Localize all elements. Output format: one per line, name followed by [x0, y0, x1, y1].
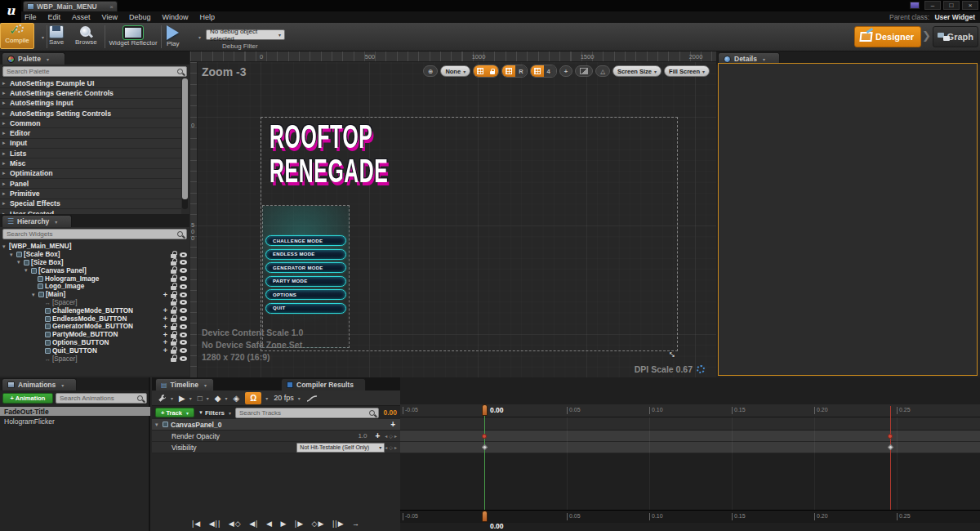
palette-search-input[interactable] — [2, 66, 187, 77]
move-icon[interactable]: + — [163, 332, 167, 337]
loop-button[interactable]: → — [352, 520, 360, 528]
fill-screen-dropdown[interactable]: Fill Screen▾ — [664, 65, 710, 77]
hierarchy-row[interactable]: ▾[Size Box] — [0, 259, 189, 267]
animations-search-input[interactable] — [56, 393, 147, 404]
menu-window[interactable]: Window — [162, 13, 188, 21]
move-icon[interactable]: + — [163, 324, 167, 329]
palette-category[interactable]: ▸Panel — [0, 179, 181, 189]
hierarchy-row[interactable]: GeneratorMode_BUTTON+ — [0, 323, 189, 331]
compile-options-caret[interactable]: ▾ — [42, 34, 44, 40]
playback-options-button[interactable]: ▶▾ — [179, 394, 192, 403]
visibility-eye-icon[interactable] — [180, 284, 187, 289]
move-icon[interactable]: + — [163, 340, 167, 345]
grid-size-stepper[interactable]: 4▴▾ — [544, 65, 556, 77]
hierarchy-row[interactable]: PartyMode_BUTTON+ — [0, 331, 189, 339]
keyframe-opacity-start[interactable] — [482, 434, 487, 439]
add-key-button[interactable]: + — [376, 431, 385, 440]
lock-snap-toggle[interactable] — [487, 65, 498, 77]
curve-editor-button[interactable] — [306, 394, 318, 403]
hierarchy-row[interactable]: ↔[Spacer] — [0, 355, 189, 363]
fps-dropdown[interactable]: 20 fps▾ — [274, 394, 301, 402]
hierarchy-row[interactable]: ▾[Main]+ — [0, 291, 189, 299]
visibility-eye-icon[interactable] — [180, 332, 187, 337]
keyframe-opacity-end[interactable] — [888, 434, 893, 439]
keyframe-nav[interactable]: ◂◇▸ — [385, 444, 400, 450]
quit-button[interactable]: QUIT — [265, 303, 346, 314]
designer-viewport[interactable]: 0 500 1000 1500 2000 0 5 0 0 Zoom -3 ⊕ N… — [190, 51, 716, 377]
options-button[interactable]: OPTIONS — [265, 289, 346, 300]
lock-icon[interactable] — [171, 278, 176, 282]
palette-category[interactable]: ▸AutoSettings Example UI — [0, 78, 181, 88]
palette-category[interactable]: ▸Common — [0, 118, 181, 128]
keyframe-nav[interactable]: ◂◇▸ — [385, 433, 400, 439]
track-row-visibility[interactable]: Visibility Not Hit-Testable (Self Only)▾… — [152, 442, 400, 453]
add-animation-button[interactable]: + Animation — [2, 393, 53, 404]
hierarchy-row[interactable]: ▾[Canvas Panel] — [0, 266, 189, 274]
lock-icon[interactable] — [171, 254, 176, 258]
hierarchy-row[interactable]: Logo_Image — [0, 283, 189, 291]
filters-button[interactable]: ▼Filters▾ — [198, 409, 231, 417]
save-button[interactable]: Save — [49, 25, 64, 46]
visibility-eye-icon[interactable] — [180, 292, 187, 297]
visibility-eye-icon[interactable] — [180, 348, 187, 353]
lock-icon[interactable] — [171, 286, 176, 290]
visibility-eye-icon[interactable] — [180, 300, 187, 305]
lock-icon[interactable] — [171, 294, 176, 298]
visibility-eye-icon[interactable] — [180, 308, 187, 313]
menu-edit[interactable]: Edit — [48, 13, 61, 21]
lock-icon[interactable] — [171, 261, 176, 266]
playhead-line[interactable] — [484, 406, 485, 523]
hierarchy-search-input[interactable] — [2, 229, 187, 239]
play-options-caret[interactable]: ▾ — [198, 34, 201, 40]
move-icon[interactable]: + — [163, 308, 167, 313]
lock-icon[interactable] — [171, 326, 176, 330]
screen-size-dropdown[interactable]: Screen Size▾ — [612, 65, 662, 77]
layout-grid-toggle[interactable] — [531, 65, 544, 77]
localization-preview-button[interactable]: ⊕ — [423, 65, 438, 77]
animations-tab[interactable]: Animations ▾ — [2, 378, 77, 390]
move-icon[interactable]: + — [163, 292, 167, 297]
lock-icon[interactable] — [171, 310, 176, 314]
browse-button[interactable]: Browse — [75, 25, 97, 46]
menu-help[interactable]: Help — [199, 13, 215, 21]
visibility-eye-icon[interactable] — [180, 252, 187, 257]
animation-item[interactable]: HologramFlicker — [0, 417, 150, 426]
auto-key-button[interactable]: ◈ — [234, 394, 240, 403]
palette-category[interactable]: ▸Optimization — [0, 169, 181, 179]
transform-mode-button[interactable]: + — [559, 65, 572, 77]
lane-render-opacity[interactable] — [400, 431, 980, 442]
menu-view[interactable]: View — [102, 13, 118, 21]
lock-icon[interactable] — [171, 358, 176, 362]
tab-close-icon[interactable]: × — [109, 3, 114, 11]
track-search-input[interactable] — [235, 408, 379, 418]
asset-tab[interactable]: WBP_Main_MENU × — [23, 1, 118, 11]
animations-search[interactable] — [56, 393, 147, 404]
palette-search[interactable] — [2, 66, 187, 77]
designer-mode-button[interactable]: Designer — [854, 26, 921, 47]
compiler-results-tab[interactable]: Compiler Results — [281, 378, 366, 390]
hierarchy-row[interactable]: EndlessMode_BUTTON+ — [0, 315, 189, 323]
widget-reflector-button[interactable]: Widget Reflector — [109, 26, 158, 47]
hierarchy-row[interactable]: ▾[Scale Box] — [0, 251, 189, 259]
challenge-mode-button[interactable]: CHALLENGE MODE — [265, 235, 346, 246]
hierarchy-row[interactable]: ↔[Spacer] — [0, 299, 189, 307]
next-key-button[interactable]: ◇▶ — [312, 520, 325, 528]
hierarchy-tab[interactable]: ☰ Hierarchy ▾ — [2, 215, 72, 227]
snapping-toggle[interactable]: Ω▾ — [245, 392, 268, 404]
visibility-eye-icon[interactable] — [180, 340, 187, 345]
party-mode-button[interactable]: PARTY MODE — [265, 276, 346, 287]
graph-mode-button[interactable]: Graph — [933, 26, 978, 47]
tab-options-caret[interactable]: ▾ — [47, 56, 49, 62]
play-forward-button[interactable]: ▶ — [280, 520, 287, 528]
timeline-tab[interactable]: ▤ Timeline ▾ — [155, 378, 214, 390]
playhead-marker[interactable] — [482, 404, 488, 416]
tab-options-caret[interactable]: ▾ — [763, 56, 765, 62]
generator-mode-button[interactable]: GENERATOR MODE — [265, 262, 346, 273]
opacity-value[interactable]: 1.0 — [358, 432, 375, 440]
playback-end-line[interactable] — [890, 406, 891, 523]
to-front-button[interactable]: |◀ — [192, 520, 201, 528]
visibility-eye-icon[interactable] — [180, 324, 187, 329]
prev-key-button[interactable]: ◀◇ — [229, 520, 242, 528]
rotation-snap-value[interactable]: R — [515, 65, 526, 77]
track-row-render-opacity[interactable]: Render Opacity 1.0 + ◂◇▸ — [152, 431, 400, 442]
